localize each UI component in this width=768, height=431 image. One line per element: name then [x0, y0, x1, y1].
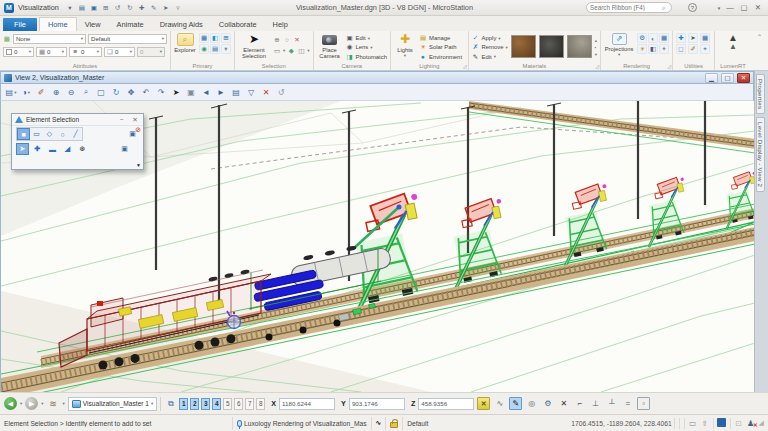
cascade-views-icon[interactable]: ▤	[229, 86, 243, 99]
history-dropdown-icon[interactable]: ▾	[63, 401, 65, 406]
view-history-icon[interactable]: ≋	[47, 397, 60, 410]
lumenrt-animate-icon[interactable]: ▲	[729, 43, 737, 51]
view-toggle-3[interactable]: 3	[201, 398, 210, 410]
x-coordinate-input[interactable]	[279, 398, 335, 410]
tab-collaborate[interactable]: Collaborate	[211, 18, 265, 31]
utility-cells-icon[interactable]: ▦	[700, 33, 710, 43]
active-style-combo[interactable]: Default▾	[88, 34, 167, 44]
clip-volume-icon[interactable]: ▽	[244, 86, 258, 99]
view-forward-button[interactable]: ▶	[25, 397, 38, 410]
accudraw-toggle-icon[interactable]: ✕	[477, 397, 490, 410]
view-back-button[interactable]: ◀	[4, 397, 17, 410]
fit-view-icon[interactable]: ▢	[94, 86, 108, 99]
view-close-button[interactable]: ✕	[737, 73, 750, 83]
back-dropdown-icon[interactable]: ▾	[20, 401, 22, 406]
redo-icon[interactable]: ↻	[125, 4, 135, 12]
method-new-icon[interactable]: ➤	[16, 143, 29, 155]
fence-circle-icon[interactable]: ○	[283, 36, 291, 43]
element-selection-button[interactable]: ➤ Element Selection	[238, 33, 270, 61]
tab-help[interactable]: Help	[265, 18, 296, 31]
tab-view[interactable]: View	[77, 18, 109, 31]
details-icon[interactable]: ▾	[221, 44, 231, 54]
tab-animate[interactable]: Animate	[109, 18, 152, 31]
y-coordinate-input[interactable]	[349, 398, 405, 410]
qat-dropdown-icon[interactable]: ▾	[65, 4, 75, 12]
view-group-selector[interactable]: Visualization_Master 1 ▾	[68, 397, 157, 411]
color-combo[interactable]: 0▾	[3, 47, 34, 57]
class-combo[interactable]: ❏0▾	[104, 47, 135, 57]
zoom-out-icon[interactable]: ⊖	[64, 86, 78, 99]
manage-lights-button[interactable]: ▤Manage	[419, 34, 462, 42]
window-area-icon[interactable]: ⌕	[79, 86, 93, 99]
pointer-icon[interactable]: ➤	[161, 4, 171, 12]
material-thumbnail-2[interactable]	[539, 35, 564, 58]
lock-cell[interactable]	[385, 417, 402, 430]
material-thumbnail-1[interactable]	[511, 35, 536, 58]
tab-properties[interactable]: Properties	[756, 74, 765, 114]
rendering-engine-cell[interactable]: Luxology Rendering of Visualization_Mas	[232, 417, 371, 430]
qat-more-icon[interactable]: ▿	[173, 4, 183, 12]
view-redo-icon[interactable]: ↷	[154, 86, 168, 99]
dialog-expand-arrow-icon[interactable]: ▼	[136, 162, 141, 168]
view-toggle-2[interactable]: 2	[190, 398, 199, 410]
transparency-combo[interactable]: 0▾	[137, 47, 165, 57]
snap-midpoint-icon[interactable]: ⊥	[589, 397, 602, 410]
edit-icon[interactable]: ✎	[149, 4, 159, 12]
raster-icon[interactable]: ◉	[199, 44, 209, 54]
design-model-icon[interactable]	[716, 418, 728, 429]
levels-icon[interactable]: ◧	[210, 33, 220, 43]
line-weight-combo[interactable]: ≡0▾	[69, 47, 102, 57]
active-model-cell[interactable]: Default	[402, 417, 432, 430]
lights-button[interactable]: ✚ Lights▾	[394, 33, 416, 61]
utility-pointer-icon[interactable]: ➤	[688, 33, 698, 43]
select-all-icon[interactable]: ▣	[118, 143, 131, 155]
rendering-launcher-icon[interactable]: ◿	[667, 63, 671, 69]
clear-selection-icon[interactable]: ▣⊘	[126, 128, 139, 140]
explorer-button[interactable]: ⌕ Explorer	[174, 33, 196, 61]
references-icon[interactable]: ⊞	[221, 33, 231, 43]
tab-file[interactable]: File	[3, 18, 37, 31]
view-brightness-icon[interactable]: ↺	[274, 86, 288, 99]
snap-nearest-icon[interactable]: ✕	[557, 397, 570, 410]
accusnap-toggle-icon[interactable]: ✎	[509, 397, 522, 410]
view-toggle-6[interactable]: 6	[234, 398, 243, 410]
clip-mask-icon[interactable]: ✕	[259, 86, 273, 99]
apply-material-button[interactable]: ✓Apply▾	[472, 34, 508, 42]
pan-view-icon[interactable]: ✥	[124, 86, 138, 99]
tentative-point-icon[interactable]: ◎	[525, 397, 538, 410]
view-display-style-icon[interactable]: ◑▾	[19, 86, 33, 99]
view-window-titlebar[interactable]: View 2, Visualization_Master ▁ ▢ ✕	[0, 71, 754, 84]
view-toggle-7[interactable]: 7	[245, 398, 254, 410]
account-dropdown-icon[interactable]: ▾	[716, 5, 722, 11]
view-next-icon[interactable]: ►	[214, 86, 228, 99]
element-selection-dialog[interactable]: Element Selection − ✕ ■ ▭ ◇ ○ ╱ ▣⊘ ➤ ✚ ▬…	[11, 113, 144, 170]
lighting-launcher-icon[interactable]: ◿	[463, 63, 467, 69]
mode-shape-icon[interactable]: ◇	[43, 128, 56, 140]
render-settings-icon[interactable]: ⚙	[637, 33, 647, 43]
open-file-icon[interactable]: ▣	[89, 4, 99, 12]
fence-block-icon[interactable]: ▭	[273, 47, 281, 55]
view-toggle-5[interactable]: 5	[223, 398, 232, 410]
minimize-button[interactable]: —	[724, 3, 736, 12]
help-icon[interactable]: ?	[688, 3, 700, 12]
z-coordinate-input[interactable]	[418, 398, 474, 410]
running-coordinates-icon[interactable]: ∿	[493, 397, 506, 410]
new-file-icon[interactable]: ▤	[77, 4, 87, 12]
mode-circle-icon[interactable]: ○	[56, 128, 69, 140]
snap-keypoint-icon[interactable]: ⌐	[573, 397, 586, 410]
fence-clear-icon[interactable]: ✕	[293, 36, 301, 44]
remove-material-button[interactable]: ✗Remove▾	[472, 43, 508, 51]
method-flood-icon[interactable]: ◢	[61, 143, 74, 155]
copy-view-icon[interactable]: ▣	[184, 86, 198, 99]
manage-view-groups-icon[interactable]: ⧉	[164, 397, 177, 410]
selection-set-icon[interactable]: ⊡	[733, 419, 745, 428]
forward-dropdown-icon[interactable]: ▾	[41, 401, 43, 406]
photomatch-button[interactable]: ◨Photomatch	[346, 53, 387, 61]
method-wheel-icon[interactable]: ⊛	[76, 143, 89, 155]
utility-move-icon[interactable]: ✚	[676, 33, 686, 43]
view-toggle-1[interactable]: 1	[179, 398, 188, 410]
curve-tool-cell[interactable]: ∿	[371, 417, 386, 430]
print-icon[interactable]: ✚	[137, 4, 147, 12]
view-restore-button[interactable]: ▢	[721, 73, 734, 83]
edit-material-button[interactable]: ✎Edit▾	[472, 53, 508, 61]
